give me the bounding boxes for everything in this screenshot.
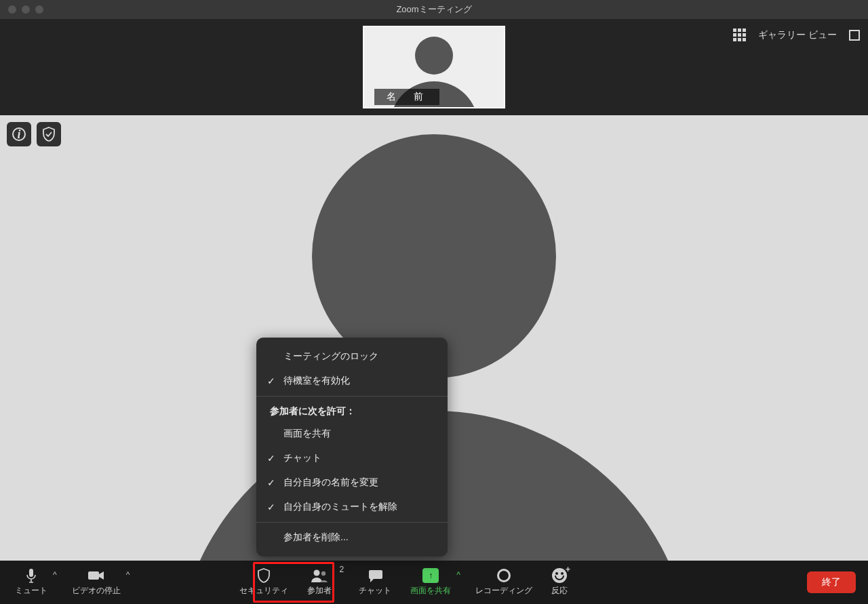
view-toggle[interactable]: ギャラリー ビュー	[733, 28, 860, 41]
fullscreen-icon[interactable]	[849, 30, 860, 41]
window-titlebar: Zoomミーティング	[0, 0, 868, 19]
video-camera-icon	[87, 568, 105, 583]
svg-point-2	[314, 570, 320, 576]
menu-allow-header: 参加者に次を許可：	[256, 399, 448, 422]
participants-count: 2	[340, 565, 344, 574]
security-popup-menu: ミーティングのロック ✓待機室を有効化 参加者に次を許可： 画面を共有 ✓チャッ…	[256, 338, 448, 557]
chat-button[interactable]: チャット	[349, 563, 401, 601]
self-video-thumbnail[interactable]: 名 前	[363, 26, 505, 108]
mute-button[interactable]: ミュート	[5, 563, 57, 601]
security-button[interactable]: セキュリティ	[230, 563, 298, 601]
stop-video-button[interactable]: ビデオの停止	[62, 563, 130, 601]
thumbnail-name-label: 名 前	[374, 89, 439, 105]
meeting-info-button[interactable]: i	[7, 122, 31, 146]
shield-check-icon	[42, 127, 56, 142]
view-toggle-label: ギャラリー ビュー	[758, 29, 837, 41]
participants-icon	[311, 568, 328, 583]
menu-allow-share-screen[interactable]: 画面を共有	[256, 422, 448, 446]
end-meeting-button[interactable]: 終了	[807, 571, 856, 593]
menu-separator	[256, 396, 448, 397]
smile-icon: +	[552, 568, 567, 583]
gallery-grid-icon	[733, 28, 746, 41]
participants-button[interactable]: 参加者 2	[298, 563, 349, 601]
menu-allow-rename[interactable]: ✓自分自身の名前を変更	[256, 470, 448, 495]
menu-enable-waiting-room[interactable]: ✓待機室を有効化	[256, 369, 448, 393]
encryption-button[interactable]	[37, 122, 61, 146]
menu-remove-participant[interactable]: 参加者を削除...	[256, 525, 448, 550]
menu-lock-meeting[interactable]: ミーティングのロック	[256, 344, 448, 369]
check-icon: ✓	[267, 502, 275, 512]
check-icon: ✓	[267, 453, 275, 464]
reactions-button[interactable]: + 反応	[542, 563, 577, 601]
meeting-toolbar: ミュート ^ ビデオの停止 ^ セキュリティ 参加者 2 チャット ↑ 画面を共…	[0, 561, 868, 604]
menu-allow-chat[interactable]: ✓チャット	[256, 446, 448, 470]
record-button[interactable]: レコーディング	[466, 563, 542, 601]
record-circle-icon	[497, 568, 511, 583]
chat-bubble-icon	[367, 568, 383, 583]
check-icon: ✓	[267, 376, 275, 386]
window-title: Zoomミーティング	[396, 3, 471, 16]
info-icon: i	[12, 127, 26, 141]
shield-icon	[257, 568, 271, 583]
video-top-bar: 名 前 ギャラリー ビュー	[0, 19, 868, 115]
svg-rect-0	[29, 569, 33, 577]
menu-allow-unmute[interactable]: ✓自分自身のミュートを解除	[256, 495, 448, 519]
menu-separator	[256, 522, 448, 523]
share-up-icon: ↑	[422, 568, 439, 583]
microphone-icon	[25, 568, 37, 583]
window-controls[interactable]	[0, 5, 43, 14]
share-screen-button[interactable]: ↑ 画面を共有	[401, 563, 460, 601]
check-icon: ✓	[267, 477, 275, 488]
svg-point-3	[321, 571, 326, 576]
svg-rect-1	[88, 571, 99, 580]
